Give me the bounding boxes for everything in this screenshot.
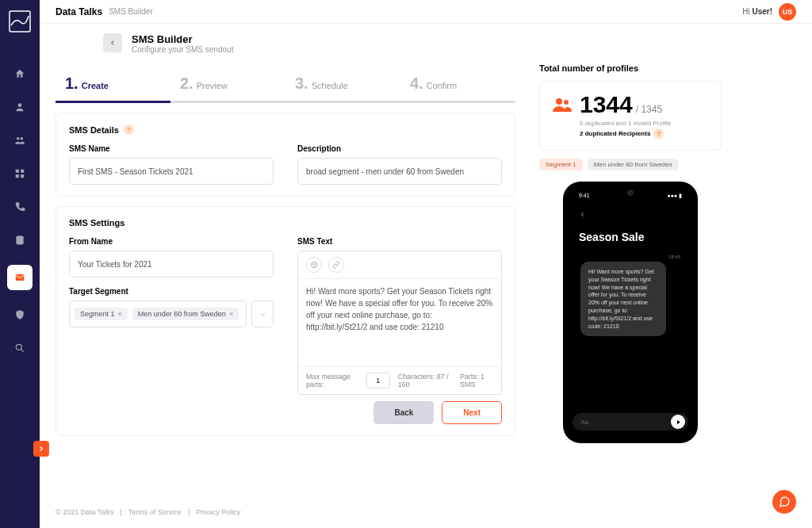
svg-point-11 — [311, 262, 317, 268]
max-parts-label: Max message parts: — [306, 373, 358, 388]
nav-shield[interactable] — [11, 306, 29, 323]
nav-people[interactable] — [11, 132, 29, 149]
footer: © 2021 Data Talks | Terms of Service | P… — [40, 496, 812, 528]
brand: Data Talks — [56, 6, 102, 17]
parts-count: Parts: 1 SMS — [460, 373, 493, 388]
phone-signal-icon: ●●● ▮ — [667, 193, 682, 199]
message-bubble: Hi! Want more sports? Get your Season Ti… — [580, 262, 666, 336]
link-button[interactable] — [328, 257, 344, 273]
segment-pill: Men under 60 from Sweden — [588, 159, 679, 170]
page-title: SMS Builder — [132, 33, 233, 45]
phone-back-icon — [571, 202, 690, 226]
sms-name-label: SMS Name — [69, 144, 274, 153]
people-icon — [553, 98, 572, 112]
sidebar — [0, 0, 40, 528]
svg-rect-6 — [16, 174, 19, 178]
back-icon-button[interactable] — [103, 33, 122, 52]
sms-settings-title: SMS Settings — [69, 218, 124, 228]
sms-text-input[interactable]: Hi! Want more sports? Get your Season Ti… — [298, 279, 501, 366]
phone-notch — [627, 189, 634, 196]
phone-title: Season Sale — [571, 226, 690, 254]
message-time: 18:45 — [571, 254, 690, 262]
terms-link[interactable]: Terms of Service — [128, 508, 182, 516]
duplicated-recipients: 2 duplicated Recipients — [580, 130, 650, 137]
help-icon[interactable]: ? — [124, 124, 134, 135]
nav-grid[interactable] — [11, 165, 29, 182]
svg-rect-9 — [16, 274, 25, 281]
nav-mail[interactable] — [7, 265, 33, 290]
segment-dropdown[interactable] — [251, 300, 274, 327]
nav-user[interactable] — [11, 98, 29, 116]
logo — [8, 10, 32, 33]
step-create[interactable]: 1.Create — [56, 63, 170, 103]
svg-point-14 — [556, 98, 562, 105]
user-greeting: Hi User! — [742, 7, 772, 16]
duplicated-text: 0 duplicated and 1 invalid Profile — [580, 120, 671, 127]
step-confirm[interactable]: 4.Confirm — [400, 63, 515, 103]
sms-details-title: SMS Details — [69, 125, 119, 135]
svg-point-12 — [312, 264, 313, 265]
breadcrumb: SMS Builder — [109, 7, 153, 16]
sms-details-card: SMS Details? SMS Name Description — [56, 113, 515, 197]
sms-settings-card: SMS Settings From Name Target Segment Se… — [56, 206, 515, 436]
svg-point-10 — [16, 344, 21, 350]
phone-input: Aa — [573, 413, 688, 430]
page-subtitle: Configure your SMS sendout — [132, 45, 233, 54]
description-label: Description — [297, 144, 502, 153]
svg-point-3 — [21, 137, 23, 140]
segment-tag: Segment 1× — [75, 308, 128, 320]
target-segment-label: Target Segment — [69, 287, 274, 296]
svg-point-13 — [315, 264, 316, 265]
target-segment-input[interactable]: Segment 1× Men under 60 from Sweden× — [69, 300, 247, 327]
profile-count: 1344 — [580, 91, 633, 117]
segment-tag: Men under 60 from Sweden× — [132, 308, 239, 320]
copyright: © 2021 Data Talks — [56, 508, 114, 516]
emoji-button[interactable] — [306, 257, 322, 273]
stepper: 1.Create 2.Preview 3.Schedule 4.Confirm — [56, 63, 515, 103]
from-name-label: From Name — [69, 237, 274, 246]
description-input[interactable] — [297, 158, 502, 185]
chat-button[interactable] — [772, 490, 796, 514]
topbar: Data Talks SMS Builder Hi User! US — [40, 0, 812, 24]
nav-database[interactable] — [11, 231, 29, 249]
help-icon[interactable]: ? — [653, 128, 664, 139]
avatar[interactable]: US — [779, 3, 796, 21]
step-schedule[interactable]: 3.Schedule — [285, 63, 400, 103]
remove-tag-icon[interactable]: × — [229, 310, 233, 318]
from-name-input[interactable] — [69, 251, 274, 277]
nav-phone[interactable] — [11, 198, 29, 216]
segment-pill: Segment 1 — [539, 159, 583, 170]
svg-point-1 — [18, 103, 22, 107]
send-icon — [671, 415, 685, 429]
svg-point-15 — [564, 100, 569, 105]
nav-search[interactable] — [11, 339, 29, 357]
svg-rect-5 — [21, 170, 24, 173]
remove-tag-icon[interactable]: × — [118, 310, 122, 318]
step-preview[interactable]: 2.Preview — [170, 63, 285, 103]
svg-rect-7 — [21, 174, 24, 178]
phone-input-placeholder: Aa — [580, 419, 588, 426]
profiles-card: 1344/ 1345 0 duplicated and 1 invalid Pr… — [539, 81, 722, 151]
back-button[interactable]: Back — [373, 401, 434, 424]
nav-home[interactable] — [11, 65, 29, 82]
phone-preview: 9:41●●● ▮ Season Sale 18:45 Hi! Want mor… — [563, 182, 698, 443]
next-button[interactable]: Next — [442, 401, 502, 424]
svg-rect-4 — [16, 170, 19, 173]
sms-text-label: SMS Text — [297, 237, 502, 246]
profile-total: / 1345 — [636, 104, 662, 115]
privacy-link[interactable]: Privacy Policy — [196, 508, 240, 516]
svg-point-2 — [17, 137, 20, 140]
profiles-title: Total number of profiles — [539, 63, 722, 73]
sms-name-input[interactable] — [69, 158, 274, 185]
phone-time: 9:41 — [579, 193, 590, 199]
max-parts-input[interactable] — [366, 373, 390, 388]
char-count: Characters: 87 / 160 — [398, 373, 449, 388]
